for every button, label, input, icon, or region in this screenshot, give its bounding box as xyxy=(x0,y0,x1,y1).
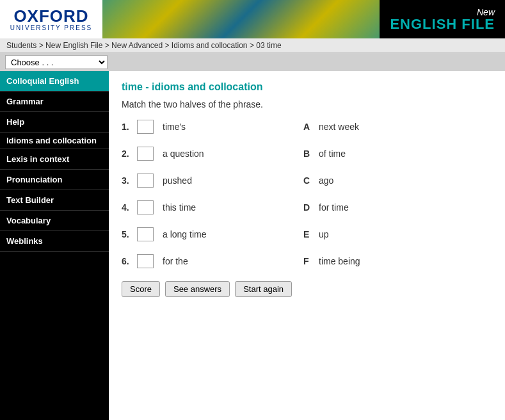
content-area: time - idioms and collocation Match the … xyxy=(109,71,505,420)
oxford-logo: OXFORD UNIVERSITY PRESS xyxy=(0,0,102,38)
q-text-2: a question xyxy=(163,149,265,159)
answer-text-b: of time xyxy=(319,149,346,159)
header-center-decoration xyxy=(102,0,380,38)
sidebar-item-vocabulary[interactable]: Vocabulary xyxy=(0,211,109,231)
oxford-title: OXFORD xyxy=(13,8,88,24)
sidebar-item-idioms[interactable]: Idioms and collocation xyxy=(0,133,109,149)
answer-letter-c: C xyxy=(303,175,319,186)
question-row-5: 5. a long time E up xyxy=(122,227,492,241)
dropdown-bar: Choose . . . xyxy=(0,53,505,71)
question-row-1: 1. time's A next week xyxy=(122,120,492,134)
answer-text-e: up xyxy=(319,229,329,239)
q-text-4: this time xyxy=(163,202,265,213)
answer-text-f: time being xyxy=(319,256,360,266)
see-answers-button[interactable]: See answers xyxy=(165,281,230,297)
question-row-2: 2. a question B of time xyxy=(122,147,492,161)
chapter-select[interactable]: Choose . . . xyxy=(5,55,108,69)
english-file-label: ENGLISH FILE xyxy=(390,17,495,31)
university-text: UNIVERSITY PRESS xyxy=(10,24,93,31)
answer-letter-a: A xyxy=(303,122,319,132)
header: OXFORD UNIVERSITY PRESS New ENGLISH FILE xyxy=(0,0,505,38)
q-number-3: 3. xyxy=(122,175,137,186)
answer-input-4[interactable] xyxy=(137,200,154,214)
instruction-text: Match the two halves of the phrase. xyxy=(122,99,492,109)
q-number-4: 4. xyxy=(122,202,137,213)
sidebar-item-colloquial-english[interactable]: Colloquial English xyxy=(0,71,109,92)
start-again-button[interactable]: Start again xyxy=(235,281,292,297)
score-button[interactable]: Score xyxy=(122,281,160,297)
answer-letter-e: E xyxy=(303,229,319,239)
q-number-6: 6. xyxy=(122,256,137,266)
q-number-5: 5. xyxy=(122,229,137,239)
answer-input-2[interactable] xyxy=(137,147,154,161)
breadcrumb: Students > New English File > New Advanc… xyxy=(0,38,505,53)
sidebar-item-lexis[interactable]: Lexis in context xyxy=(0,149,109,170)
q-text-3: pushed xyxy=(163,175,265,186)
question-row-4: 4. this time D for time xyxy=(122,200,492,214)
answer-text-d: for time xyxy=(319,202,349,213)
page-title: time - idioms and collocation xyxy=(122,81,492,93)
q-text-6: for the xyxy=(163,256,265,266)
questions-container: 1. time's A next week 2. a question B of… xyxy=(122,120,492,268)
answer-letter-d: D xyxy=(303,202,319,213)
main-layout: Colloquial English Grammar Help Idioms a… xyxy=(0,71,505,420)
q-number-1: 1. xyxy=(122,122,137,132)
sidebar-item-weblinks[interactable]: Weblinks xyxy=(0,231,109,252)
sidebar: Colloquial English Grammar Help Idioms a… xyxy=(0,71,109,420)
q-text-5: a long time xyxy=(163,229,265,239)
answer-input-1[interactable] xyxy=(137,120,154,134)
answer-input-6[interactable] xyxy=(137,254,154,268)
answer-letter-b: B xyxy=(303,149,319,159)
answer-text-a: next week xyxy=(319,122,359,132)
answer-input-3[interactable] xyxy=(137,174,154,188)
answer-letter-f: F xyxy=(303,256,319,266)
answer-text-c: ago xyxy=(319,175,333,186)
question-row-6: 6. for the F time being xyxy=(122,254,492,268)
sidebar-item-pronunciation[interactable]: Pronunciation xyxy=(0,170,109,190)
action-buttons: Score See answers Start again xyxy=(122,281,492,297)
q-text-1: time's xyxy=(163,122,265,132)
q-number-2: 2. xyxy=(122,149,137,159)
answer-input-5[interactable] xyxy=(137,227,154,241)
question-row-3: 3. pushed C ago xyxy=(122,174,492,188)
sidebar-item-text-builder[interactable]: Text Builder xyxy=(0,190,109,211)
sidebar-item-grammar[interactable]: Grammar xyxy=(0,92,109,112)
sidebar-item-help[interactable]: Help xyxy=(0,112,109,133)
nef-logo: New ENGLISH FILE xyxy=(380,0,505,38)
